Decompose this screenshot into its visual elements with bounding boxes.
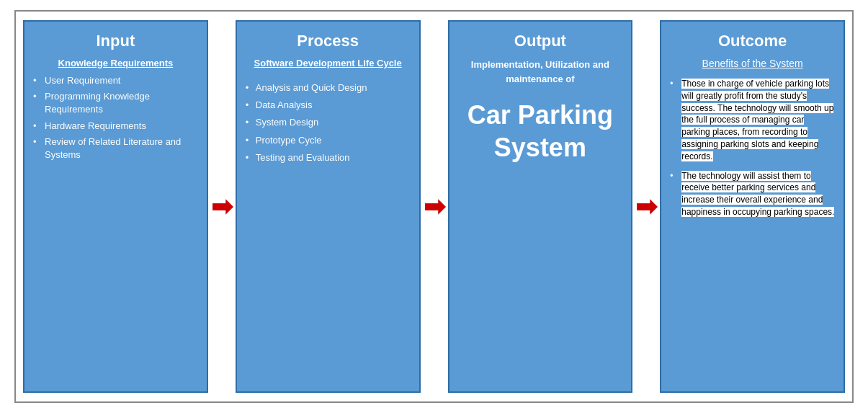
process-column: Process Software Development Life Cycle … — [236, 20, 421, 393]
arrow-2: ➡ — [421, 20, 448, 393]
process-subtitle: Software Development Life Cycle — [254, 58, 402, 68]
process-bullets: Analysis and Quick Design Data Analysis … — [246, 81, 411, 169]
output-title: Output — [514, 32, 566, 50]
output-top-text: Implementation, Utilization and maintena… — [458, 58, 623, 86]
outcome-bullet2-text: The technology will assist them to recei… — [681, 171, 834, 217]
list-item: Review of Related Literature and Systems — [33, 136, 198, 161]
process-title: Process — [297, 32, 359, 50]
list-item: Programming Knowledge Requirements — [33, 90, 198, 116]
list-item: Data Analysis — [246, 99, 411, 112]
list-item: Prototype Cycle — [246, 134, 411, 147]
input-column: Input Knowledge Requirements User Requir… — [23, 20, 208, 393]
list-item: Testing and Evaluation — [246, 151, 411, 164]
arrow-3: ➡ — [632, 20, 660, 393]
diagram-wrapper: Input Knowledge Requirements User Requir… — [14, 10, 854, 403]
arrow-icon: ➡ — [211, 194, 233, 220]
list-item: Analysis and Quick Design — [246, 81, 411, 94]
list-item: Those in charge of vehicle parking lots … — [670, 78, 835, 163]
arrow-1: ➡ — [208, 20, 236, 393]
input-subtitle: Knowledge Requirements — [58, 58, 174, 68]
outcome-bullet1-text: Those in charge of vehicle parking lots … — [681, 79, 833, 161]
input-title: Input — [96, 32, 135, 50]
outcome-column: Outcome Benefits of the System Those in … — [660, 20, 845, 393]
output-column: Output Implementation, Utilization and m… — [448, 20, 633, 393]
outcome-title: Outcome — [718, 32, 787, 50]
list-item: Hardware Requirements — [33, 120, 198, 133]
list-item: User Requirement — [33, 74, 198, 87]
outcome-subtitle: Benefits of the System — [702, 58, 803, 69]
outcome-bullets: Those in charge of vehicle parking lots … — [670, 78, 835, 226]
list-item: The technology will assist them to recei… — [670, 170, 835, 218]
list-item: System Design — [246, 116, 411, 129]
arrow-icon: ➡ — [635, 194, 657, 220]
input-bullets: User Requirement Programming Knowledge R… — [33, 74, 198, 164]
output-big-text: Car Parking System — [458, 99, 623, 164]
arrow-icon: ➡ — [424, 194, 445, 220]
